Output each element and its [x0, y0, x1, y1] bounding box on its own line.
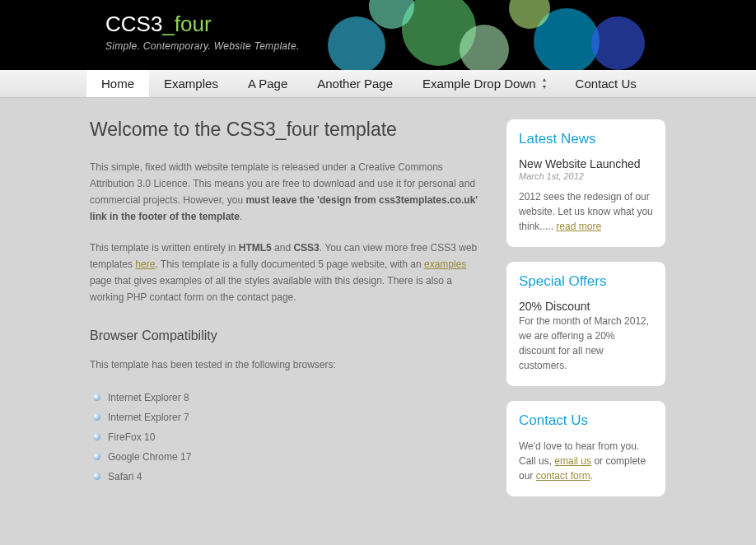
header-bokeh-art: [303, 0, 674, 70]
browser-compat-heading: Browser Compatibility: [90, 328, 485, 343]
read-more-link[interactable]: read more: [556, 221, 601, 232]
examples-link[interactable]: examples: [424, 259, 466, 270]
nav-another-page[interactable]: Another Page: [302, 70, 408, 97]
special-offers-card: Special Offers 20% Discount For the mont…: [506, 261, 666, 387]
email-us-link[interactable]: email us: [554, 455, 591, 467]
intro-paragraph-2: This template is written entirely in HTM…: [90, 240, 485, 305]
list-item: Google Chrome 17: [90, 447, 485, 467]
news-body: 2012 sees the redesign of our website. L…: [519, 189, 653, 234]
logo-title: CCS3_four: [105, 12, 300, 37]
card-heading: Latest News: [519, 131, 653, 147]
browser-compat-intro: This template has been tested in the fol…: [90, 356, 485, 373]
site-logo[interactable]: CCS3_four Simple. Contemporary. Website …: [105, 12, 300, 52]
list-item: Internet Explorer 8: [90, 388, 485, 408]
list-item: Safari 4: [90, 467, 485, 487]
logo-subtitle: Simple. Contemporary. Website Template.: [105, 40, 300, 52]
news-item-title: New Website Launched: [519, 157, 653, 170]
header: CCS3_four Simple. Contemporary. Website …: [0, 0, 756, 70]
main-nav: Home Examples A Page Another Page Exampl…: [0, 70, 756, 98]
card-heading: Contact Us: [519, 412, 653, 429]
dropdown-caret-icon: ▴▾: [543, 77, 546, 91]
browser-list: Internet Explorer 8 Internet Explorer 7 …: [90, 388, 485, 487]
contact-body: We'd love to hear from you. Call us, ema…: [519, 439, 653, 483]
list-item: Internet Explorer 7: [90, 408, 485, 427]
nav-home[interactable]: Home: [86, 70, 149, 97]
offer-body: For the month of March 2012, we are offe…: [519, 314, 653, 373]
sidebar: Latest News New Website Launched March 1…: [506, 119, 666, 497]
intro-paragraph-1: This simple, fixed width website templat…: [90, 159, 485, 225]
offer-title: 20% Discount: [519, 300, 653, 313]
nav-contact-us[interactable]: Contact Us: [561, 70, 651, 97]
nav-examples[interactable]: Examples: [149, 70, 233, 97]
contact-form-link[interactable]: contact form: [536, 470, 590, 482]
nav-dropdown[interactable]: Example Drop Down ▴▾: [408, 70, 561, 97]
nav-a-page[interactable]: A Page: [233, 70, 302, 97]
news-date: March 1st, 2012: [519, 171, 653, 181]
page-title: Welcome to the CSS3_four template: [90, 119, 485, 141]
card-heading: Special Offers: [519, 273, 653, 290]
list-item: FireFox 10: [90, 427, 485, 447]
contact-us-card: Contact Us We'd love to hear from you. C…: [506, 400, 666, 497]
latest-news-card: Latest News New Website Launched March 1…: [506, 119, 666, 248]
here-link[interactable]: here: [135, 259, 155, 270]
content-container: Welcome to the CSS3_four template This s…: [90, 98, 666, 497]
main-column: Welcome to the CSS3_four template This s…: [90, 119, 485, 497]
